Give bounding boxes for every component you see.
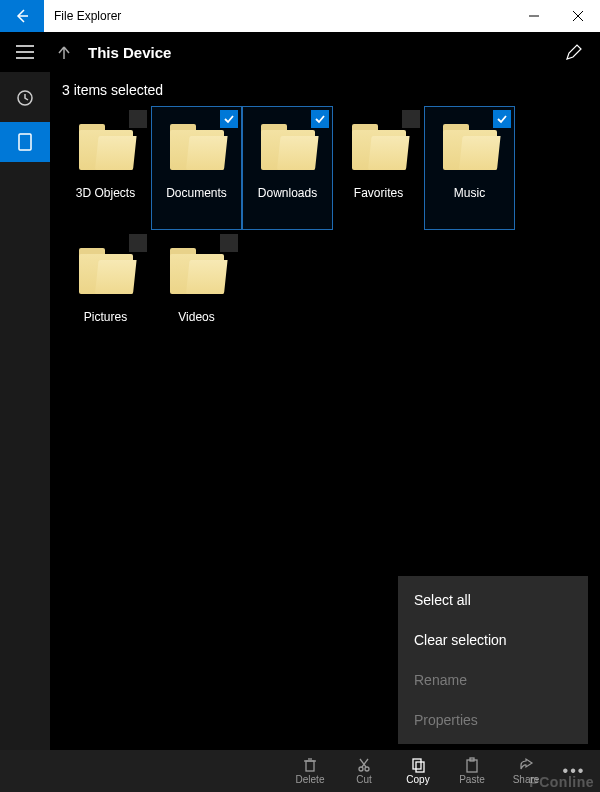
- folder-icon: [170, 248, 224, 294]
- menu-item: Rename: [398, 660, 588, 700]
- svg-point-11: [365, 767, 369, 771]
- cut-icon: [356, 757, 372, 773]
- edit-button[interactable]: [560, 38, 588, 66]
- titlebar: File Explorer: [0, 0, 600, 32]
- history-icon: [16, 89, 34, 107]
- cmd-cut[interactable]: Cut: [338, 750, 390, 792]
- minimize-icon: [529, 11, 539, 21]
- rail-recent[interactable]: [0, 78, 50, 118]
- folder-icon: [352, 124, 406, 170]
- back-button[interactable]: [0, 0, 44, 32]
- more-icon: •••: [563, 762, 586, 780]
- check-icon: [223, 113, 235, 125]
- folder-grid: 3D ObjectsDocumentsDownloadsFavoritesMus…: [60, 106, 590, 354]
- header: This Device: [0, 32, 600, 72]
- command-bar: DeleteCutCopyPasteShare •••: [0, 750, 600, 792]
- folder-item[interactable]: Music: [424, 106, 515, 230]
- cmd-label: Delete: [296, 774, 325, 785]
- cmd-label: Copy: [406, 774, 429, 785]
- nav-rail: [0, 72, 50, 750]
- minimize-button[interactable]: [512, 0, 556, 32]
- svg-point-10: [359, 767, 363, 771]
- close-button[interactable]: [556, 0, 600, 32]
- check-icon: [496, 113, 508, 125]
- folder-icon: [170, 124, 224, 170]
- cmd-paste[interactable]: Paste: [446, 750, 498, 792]
- rail-device[interactable]: [0, 122, 50, 162]
- share-icon: [518, 757, 534, 773]
- location-title: This Device: [88, 44, 171, 61]
- folder-icon: [79, 124, 133, 170]
- svg-rect-7: [306, 761, 314, 771]
- menu-item[interactable]: Clear selection: [398, 620, 588, 660]
- folder-icon: [261, 124, 315, 170]
- svg-rect-6: [19, 134, 31, 150]
- folder-icon: [443, 124, 497, 170]
- folder-label: 3D Objects: [76, 186, 135, 200]
- paste-icon: [464, 757, 480, 773]
- back-arrow-icon: [14, 8, 30, 24]
- folder-icon: [79, 248, 133, 294]
- menu-item[interactable]: Select all: [398, 580, 588, 620]
- context-menu: Select allClear selectionRenamePropertie…: [398, 576, 588, 744]
- up-button[interactable]: [50, 38, 78, 66]
- cmd-delete[interactable]: Delete: [284, 750, 336, 792]
- cmd-share[interactable]: Share: [500, 750, 552, 792]
- close-icon: [573, 11, 583, 21]
- folder-label: Downloads: [258, 186, 317, 200]
- cmd-copy[interactable]: Copy: [392, 750, 444, 792]
- hamburger-icon: [16, 45, 34, 59]
- check-icon: [314, 113, 326, 125]
- svg-rect-13: [416, 762, 424, 772]
- folder-item[interactable]: Downloads: [242, 106, 333, 230]
- folder-label: Music: [454, 186, 485, 200]
- cmd-label: Cut: [356, 774, 372, 785]
- window-title: File Explorer: [44, 9, 512, 23]
- more-button[interactable]: •••: [554, 750, 594, 792]
- folder-label: Favorites: [354, 186, 403, 200]
- selection-status: 3 items selected: [60, 80, 590, 106]
- up-arrow-icon: [57, 45, 71, 59]
- copy-icon: [410, 757, 426, 773]
- folder-label: Documents: [166, 186, 227, 200]
- folder-item[interactable]: Pictures: [60, 230, 151, 354]
- folder-item[interactable]: Favorites: [333, 106, 424, 230]
- pencil-icon: [565, 43, 583, 61]
- folder-label: Pictures: [84, 310, 127, 324]
- menu-button[interactable]: [0, 32, 50, 72]
- folder-item[interactable]: 3D Objects: [60, 106, 151, 230]
- svg-rect-14: [467, 760, 477, 772]
- svg-rect-12: [413, 759, 421, 769]
- device-icon: [17, 133, 33, 151]
- menu-item: Properties: [398, 700, 588, 740]
- folder-item[interactable]: Documents: [151, 106, 242, 230]
- delete-icon: [302, 757, 318, 773]
- cmd-label: Share: [513, 774, 540, 785]
- folder-item[interactable]: Videos: [151, 230, 242, 354]
- folder-label: Videos: [178, 310, 214, 324]
- cmd-label: Paste: [459, 774, 485, 785]
